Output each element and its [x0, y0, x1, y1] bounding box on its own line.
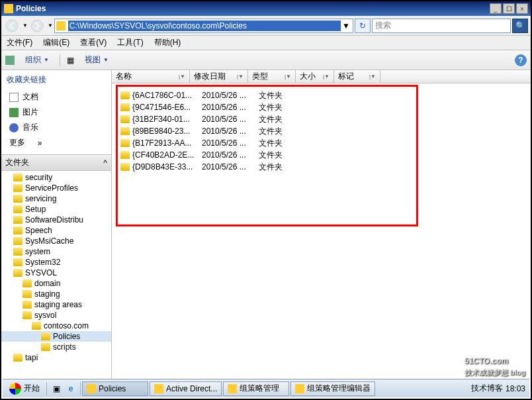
tree-item[interactable]: domain — [1, 278, 111, 289]
file-name: {6AC1786C-01... — [132, 91, 202, 100]
folder-icon — [13, 184, 22, 192]
task-label: Active Direct... — [166, 384, 217, 393]
tree-item[interactable]: staging areas — [1, 299, 111, 310]
column-headers: 名称|▼ 修改日期|▼ 类型|▼ 大小|▼ 标记|▼ — [112, 70, 531, 83]
folder-icon — [13, 174, 22, 181]
forward-button[interactable] — [29, 18, 45, 34]
address-text[interactable]: C:\Windows\SYSVOL\sysvol\contoso.com\Pol… — [68, 21, 341, 31]
tree-label: tapi — [25, 353, 38, 362]
file-row[interactable]: {9C471546-E6...2010/5/26 ...文件夹 — [118, 101, 416, 113]
file-row[interactable]: {CF40B2AD-2E...2010/5/26 ...文件夹 — [118, 149, 416, 161]
tree-item[interactable]: Speech — [1, 225, 111, 236]
favlinks-header: 收藏夹链接 — [7, 74, 106, 85]
tree-item[interactable]: Policies — [1, 331, 111, 342]
taskbar-button[interactable]: 组策略管理 — [223, 381, 289, 396]
tree-item[interactable]: security — [1, 172, 111, 183]
col-date[interactable]: 修改日期|▼ — [190, 70, 248, 83]
tray-brand: 技术博客 — [471, 383, 503, 394]
window-buttons: _ ☐ × — [490, 3, 528, 14]
file-date: 2010/5/26 ... — [202, 115, 259, 124]
task-icon — [295, 384, 304, 393]
col-name[interactable]: 名称|▼ — [112, 70, 190, 83]
tree-item[interactable]: contoso.com — [1, 321, 111, 331]
tree-item[interactable]: tapi — [1, 352, 111, 363]
show-desktop-button[interactable]: ▣ — [50, 382, 63, 395]
tree-item[interactable]: sysvol — [1, 310, 111, 321]
tree-item[interactable]: system — [1, 246, 111, 257]
collapse-icon[interactable]: ^ — [103, 158, 107, 168]
taskbar-button[interactable]: 组策略管理编辑器 — [290, 381, 375, 396]
col-size[interactable]: 大小|▼ — [296, 70, 334, 83]
file-name: {89BE9840-23... — [132, 126, 202, 136]
favorite-links: 收藏夹链接 文档 图片 音乐 更多 » — [1, 70, 111, 154]
search-placeholder: 搜索 — [375, 20, 391, 31]
address-bar[interactable]: C:\Windows\SYSVOL\sysvol\contoso.com\Pol… — [54, 19, 353, 33]
toolbar: 组织▼ ▦ 视图▼ ? — [1, 50, 531, 70]
favlink-more[interactable]: 更多 » — [7, 135, 106, 150]
col-tag[interactable]: 标记|▼ — [334, 70, 380, 83]
file-row[interactable]: {D9D8B43E-33...2010/5/26 ...文件夹 — [118, 161, 416, 173]
file-type: 文件夹 — [259, 150, 298, 161]
task-icon — [154, 384, 163, 393]
refresh-button[interactable]: ↻ — [355, 19, 371, 33]
taskbar-button[interactable]: Policies — [82, 381, 148, 396]
tree-label: SYSVOL — [25, 268, 57, 277]
folder-icon — [13, 237, 22, 245]
back-history-arrow[interactable]: ▼ — [22, 23, 28, 28]
folder-icon — [120, 91, 130, 99]
favlink-music[interactable]: 音乐 — [7, 120, 106, 135]
file-row[interactable]: {6AC1786C-01...2010/5/26 ...文件夹 — [118, 89, 416, 101]
window-title: Policies — [16, 4, 490, 13]
taskbar-button[interactable]: Active Direct... — [150, 381, 222, 396]
tree-item[interactable]: ServiceProfiles — [1, 183, 111, 193]
file-row[interactable]: {31B2F340-01...2010/5/26 ...文件夹 — [118, 113, 416, 125]
tree-label: scripts — [53, 342, 76, 352]
back-button[interactable] — [4, 18, 20, 34]
tree-label: domain — [34, 279, 60, 288]
menu-view[interactable]: 查看(V) — [77, 36, 109, 50]
menu-tools[interactable]: 工具(T) — [114, 36, 146, 50]
search-input[interactable]: 搜索 — [372, 19, 511, 33]
tree-label: security — [25, 173, 52, 182]
favlink-documents[interactable]: 文档 — [7, 89, 106, 105]
folders-header[interactable]: 文件夹 ^ — [1, 154, 111, 171]
file-type: 文件夹 — [259, 102, 298, 113]
tree-item[interactable]: Setup — [1, 204, 111, 215]
menu-help[interactable]: 帮助(H) — [152, 36, 184, 50]
tree-item[interactable]: SYSVOL — [1, 268, 111, 278]
organize-icon — [5, 56, 15, 65]
ie-button[interactable]: e — [64, 382, 77, 395]
favlink-pictures[interactable]: 图片 — [7, 105, 106, 120]
file-row[interactable]: {89BE9840-23...2010/5/26 ...文件夹 — [118, 125, 416, 137]
menu-bar: 文件(F) 编辑(E) 查看(V) 工具(T) 帮助(H) — [1, 36, 531, 50]
start-button[interactable]: 开始 — [4, 381, 45, 396]
help-button[interactable]: ? — [515, 54, 527, 66]
tree-item[interactable]: SoftwareDistribu — [1, 215, 111, 225]
address-dropdown-arrow[interactable]: ▼ — [341, 21, 351, 30]
folder-icon — [13, 269, 22, 277]
title-bar: Policies _ ☐ × — [1, 1, 531, 16]
search-button[interactable]: 🔍 — [512, 19, 528, 33]
tree-item[interactable]: servicing — [1, 193, 111, 204]
file-date: 2010/5/26 ... — [202, 91, 259, 100]
tree-item[interactable]: scripts — [1, 342, 111, 352]
menu-edit[interactable]: 编辑(E) — [40, 36, 72, 50]
col-type[interactable]: 类型|▼ — [248, 70, 296, 83]
folder-icon — [56, 21, 66, 30]
file-type: 文件夹 — [259, 126, 298, 137]
tray-time: 18:03 — [506, 384, 525, 393]
file-row[interactable]: {B17F2913-AA...2010/5/26 ...文件夹 — [118, 137, 416, 149]
close-button[interactable]: × — [516, 3, 528, 14]
menu-file[interactable]: 文件(F) — [4, 36, 35, 50]
views-button[interactable]: 视图▼ — [81, 53, 112, 67]
minimize-button[interactable]: _ — [490, 3, 502, 14]
organize-button[interactable]: 组织▼ — [21, 53, 53, 67]
tree-label: Speech — [25, 226, 52, 235]
tree-item[interactable]: SysMsiCache — [1, 236, 111, 246]
tree-item[interactable]: staging — [1, 289, 111, 299]
tree-label: ServiceProfiles — [25, 183, 78, 193]
folder-tree: securityServiceProfilesservicingSetupSof… — [1, 171, 111, 382]
maximize-button[interactable]: ☐ — [503, 3, 515, 14]
tree-item[interactable]: System32 — [1, 257, 111, 268]
forward-history-arrow[interactable]: ▼ — [48, 23, 53, 28]
